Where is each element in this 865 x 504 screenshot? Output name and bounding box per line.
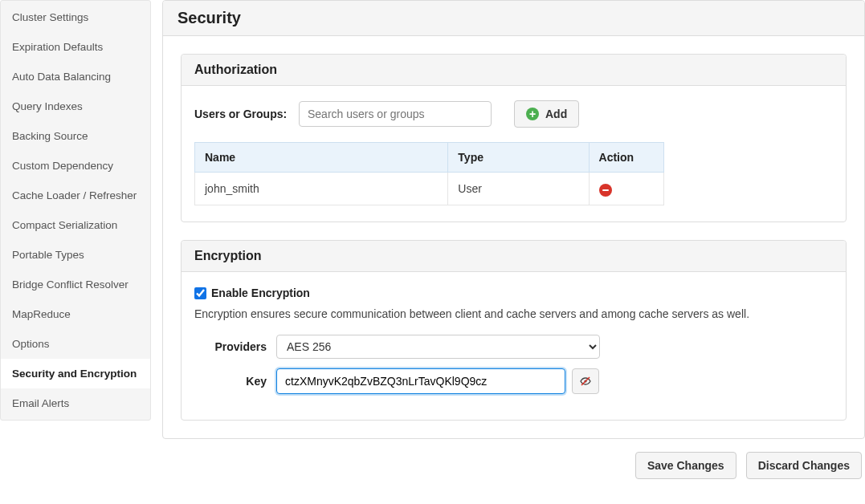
sidebar: Cluster Settings Expiration Defaults Aut… [0, 0, 151, 421]
users-table: Name Type Action john_smith User [194, 142, 664, 205]
encryption-title: Encryption [182, 241, 846, 272]
sidebar-item-email-alerts[interactable]: Email Alerts [1, 388, 150, 418]
sidebar-item-backing-source[interactable]: Backing Source [1, 121, 150, 151]
search-users-input[interactable] [299, 101, 492, 127]
sidebar-item-mapreduce[interactable]: MapReduce [1, 299, 150, 329]
sidebar-item-cluster-settings[interactable]: Cluster Settings [1, 2, 150, 32]
sidebar-item-query-indexes[interactable]: Query Indexes [1, 91, 150, 121]
page-card: Security Authorization Users or Groups: … [162, 0, 865, 439]
sidebar-item-security-and-encryption[interactable]: Security and Encryption [1, 359, 150, 388]
authorization-panel: Authorization Users or Groups: + Add [181, 54, 847, 222]
sidebar-item-cache-loader-refresher[interactable]: Cache Loader / Refresher [1, 181, 150, 210]
sidebar-item-compact-serialization[interactable]: Compact Serialization [1, 210, 150, 240]
encryption-key-input[interactable] [276, 368, 565, 394]
enable-encryption-checkbox[interactable] [194, 287, 206, 299]
page-title: Security [163, 1, 864, 36]
discard-changes-button[interactable]: Discard Changes [746, 452, 862, 479]
col-type: Type [448, 143, 589, 173]
eye-slash-icon [579, 375, 592, 388]
sidebar-item-auto-data-balancing[interactable]: Auto Data Balancing [1, 62, 150, 91]
table-row: john_smith User [195, 173, 664, 205]
plus-icon: + [526, 108, 539, 120]
save-changes-button[interactable]: Save Changes [635, 452, 736, 479]
col-name: Name [195, 143, 448, 173]
add-button-label: Add [545, 108, 567, 120]
enable-encryption-label: Enable Encryption [211, 287, 310, 299]
authorization-title: Authorization [182, 55, 846, 86]
sidebar-item-options[interactable]: Options [1, 329, 150, 359]
toggle-key-visibility-button[interactable] [572, 368, 599, 394]
providers-label: Providers [194, 340, 267, 353]
footer: Save Changes Discard Changes [162, 439, 865, 484]
sidebar-item-portable-types[interactable]: Portable Types [1, 240, 150, 270]
providers-select[interactable]: AES 256 [276, 335, 600, 359]
cell-type: User [448, 173, 589, 205]
sidebar-item-bridge-conflict-resolver[interactable]: Bridge Conflict Resolver [1, 270, 150, 299]
cell-name: john_smith [195, 173, 448, 205]
users-or-groups-label: Users or Groups: [194, 108, 299, 120]
remove-icon[interactable] [599, 184, 612, 197]
encryption-panel: Encryption Enable Encryption Encryption … [181, 240, 847, 421]
sidebar-item-expiration-defaults[interactable]: Expiration Defaults [1, 32, 150, 62]
add-user-button[interactable]: + Add [514, 100, 579, 128]
col-action: Action [589, 143, 663, 173]
key-label: Key [194, 375, 267, 388]
sidebar-item-custom-dependency[interactable]: Custom Dependency [1, 151, 150, 181]
encryption-description: Encryption ensures secure communication … [194, 307, 833, 320]
